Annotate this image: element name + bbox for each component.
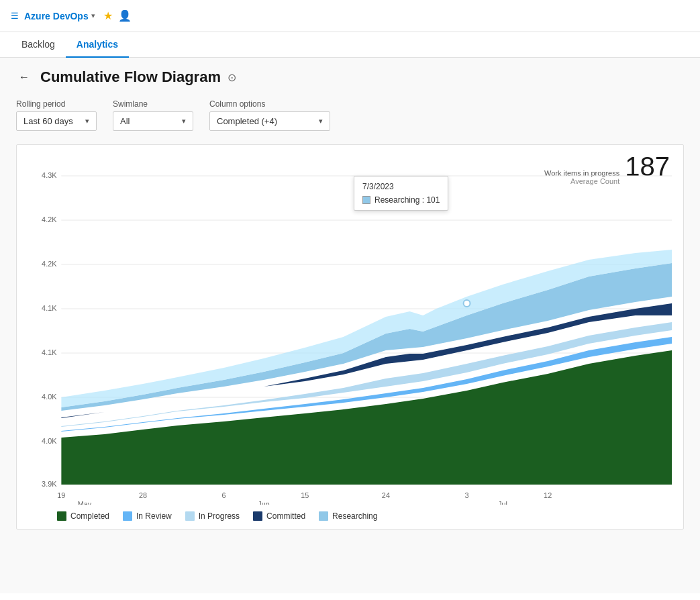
svg-text:4.2K: 4.2K [42,260,57,268]
tab-analytics[interactable]: Analytics [66,32,129,58]
svg-text:28: 28 [139,491,147,499]
svg-text:6: 6 [222,491,226,499]
legend-committed-label: Committed [266,511,305,521]
page-title: Cumulative Flow Diagram [40,68,221,86]
help-icon[interactable]: ⊙ [228,71,236,84]
legend-in-progress-label: In Progress [199,511,240,521]
rolling-period-chevron-icon: ▾ [85,117,89,126]
rolling-period-control: Rolling period Last 60 days ▾ [16,99,97,131]
title-row: ← Cumulative Flow Diagram ⊙ [16,68,684,86]
legend-committed: Committed [253,511,305,521]
svg-text:4.1K: 4.1K [42,348,57,356]
rolling-period-select[interactable]: Last 60 days ▾ [16,111,97,131]
nav-bar: Backlog Analytics [0,32,700,58]
swimlane-value: All [120,116,130,126]
legend-researching-swatch [319,511,328,521]
legend-in-review-swatch [123,511,132,521]
svg-text:4.3K: 4.3K [42,171,57,179]
legend-completed: Completed [57,511,109,521]
svg-text:4.2K: 4.2K [42,215,57,223]
swimlane-control: Swimlane All ▾ [113,99,193,131]
rolling-period-label: Rolling period [16,99,97,109]
svg-point-16 [464,300,470,307]
chart-svg: 4.3K 4.2K 4.2K 4.1K 4.1K 4.0K 4.0K 3.9K [25,156,675,505]
legend-completed-swatch [57,511,66,521]
legend-committed-swatch [253,511,262,521]
svg-text:4.1K: 4.1K [42,304,57,312]
svg-text:Jul: Jul [498,500,507,505]
back-button[interactable]: ← [16,68,32,86]
svg-text:Jun: Jun [258,500,270,505]
legend-researching: Researching [319,511,377,521]
swimlane-select[interactable]: All ▾ [113,111,193,131]
column-options-chevron-icon: ▾ [319,117,323,126]
svg-text:24: 24 [382,491,390,499]
page-content: ← Cumulative Flow Diagram ⊙ Rolling peri… [0,58,700,593]
swimlane-label: Swimlane [113,99,193,109]
svg-text:19: 19 [57,491,65,499]
svg-text:15: 15 [301,491,309,499]
chart-container: Work items in progress Average Count 187 [16,144,684,530]
svg-text:4.0K: 4.0K [42,393,57,401]
column-options-control: Column options Completed (+4) ▾ [209,99,330,131]
chart-legend: Completed In Review In Progress Committe… [25,511,675,521]
legend-in-progress: In Progress [185,511,240,521]
svg-text:3.9K: 3.9K [42,480,57,488]
rolling-period-value: Last 60 days [23,116,73,126]
legend-in-review: In Review [123,511,172,521]
tab-backlog[interactable]: Backlog [11,32,66,58]
svg-text:12: 12 [544,491,552,499]
chart-area[interactable]: 4.3K 4.2K 4.2K 4.1K 4.1K 4.0K 4.0K 3.9K [25,156,675,505]
legend-in-review-label: In Review [136,511,172,521]
legend-in-progress-swatch [185,511,195,521]
people-icon[interactable]: 👤 [118,9,132,22]
legend-completed-label: Completed [70,511,109,521]
column-options-value: Completed (+4) [217,116,277,126]
favorite-icon[interactable]: ★ [103,9,113,22]
app-name[interactable]: Azure DevOps [24,11,89,21]
svg-text:May: May [78,500,92,505]
controls-row: Rolling period Last 60 days ▾ Swimlane A… [16,99,684,131]
column-options-select[interactable]: Completed (+4) ▾ [209,111,330,131]
app-header: ☰ Azure DevOps ▾ ★ 👤 [0,0,700,32]
column-options-label: Column options [209,99,330,109]
devops-icon: ☰ [11,11,19,21]
app-chevron-icon[interactable]: ▾ [91,11,95,20]
svg-text:4.0K: 4.0K [42,437,57,445]
legend-researching-label: Researching [332,511,377,521]
svg-text:3: 3 [465,491,469,499]
swimlane-chevron-icon: ▾ [182,117,186,126]
